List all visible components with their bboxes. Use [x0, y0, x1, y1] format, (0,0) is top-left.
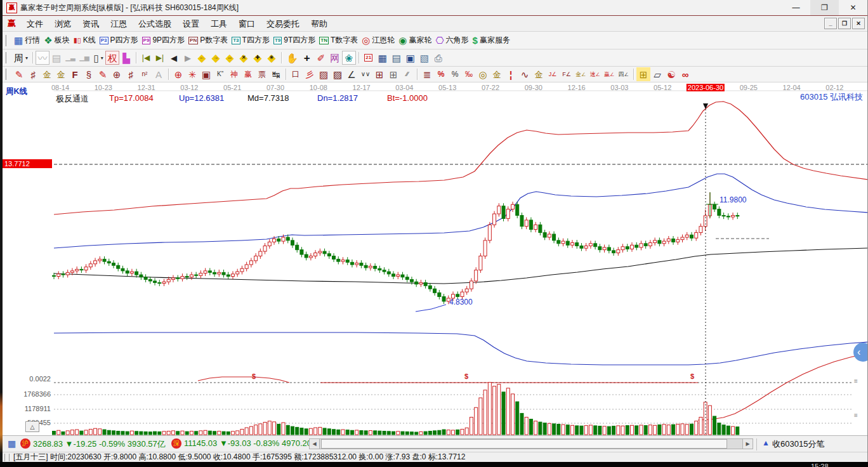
- tool-cycle-both[interactable]: ◆↔: [223, 51, 237, 65]
- menu-item-formula-picker[interactable]: 公式选股: [133, 18, 177, 30]
- tool-target-red[interactable]: ⊕: [171, 67, 185, 81]
- menu-item-help[interactable]: 帮助: [305, 18, 333, 30]
- tick-chart-icon[interactable]: ▲: [762, 438, 770, 447]
- scrollbar-thumb[interactable]: [321, 439, 727, 449]
- tool-grid-b[interactable]: ⊞: [386, 67, 400, 81]
- minimize-button[interactable]: —: [782, 0, 810, 15]
- tool-draw-brush-2[interactable]: ✎: [96, 67, 110, 81]
- tool-save[interactable]: ▣: [404, 51, 418, 65]
- tool-net-tool[interactable]: 网: [328, 51, 342, 65]
- tool-width-measure[interactable]: ↹: [269, 67, 283, 81]
- tool-go-last[interactable]: ▶|: [153, 51, 167, 65]
- tool-gold-grid-2[interactable]: 金: [54, 67, 68, 81]
- scroll-right-button[interactable]: ▶: [742, 438, 753, 449]
- tool-ying-grid[interactable]: 赢: [241, 67, 255, 81]
- tool-k-marks[interactable]: K”: [213, 67, 227, 81]
- tool-circle-grid[interactable]: ⊕: [110, 67, 124, 81]
- close-button[interactable]: ✕: [839, 0, 867, 15]
- tool-hexagon[interactable]: ⎔六角形: [433, 34, 470, 48]
- market-grid-icon[interactable]: ▦: [8, 438, 16, 449]
- tool-color-histogram[interactable]: ▙: [119, 51, 133, 65]
- tool-shen-grid[interactable]: 神: [227, 67, 241, 81]
- tool-crosshair[interactable]: +: [300, 51, 314, 65]
- tool-cycle-left[interactable]: ◆←: [195, 51, 209, 65]
- menu-item-settings[interactable]: 设置: [177, 18, 205, 30]
- menu-item-gann[interactable]: 江恩: [105, 18, 133, 30]
- tool-f10-doc[interactable]: ▤: [49, 51, 63, 65]
- menu-item-tools[interactable]: 工具: [205, 18, 233, 30]
- scrollbar-track[interactable]: [320, 438, 742, 449]
- tool-print[interactable]: ⎙: [431, 51, 445, 65]
- tool-grid-1[interactable]: ♯: [26, 67, 40, 81]
- tool-angle-four[interactable]: 四∠: [617, 67, 631, 81]
- tool-draw-brush[interactable]: ✎: [12, 67, 26, 81]
- tool-kline[interactable]: ▮▯K线: [72, 34, 98, 48]
- tool-gold-circle[interactable]: ◎: [476, 67, 490, 81]
- tool-w-lines[interactable]: ∨∨: [358, 67, 372, 81]
- tool-p-square[interactable]: P3P四方形: [98, 34, 140, 48]
- tool-grid-2[interactable]: ♯: [124, 67, 138, 81]
- horizontal-scrollbar[interactable]: ◀ ▶: [309, 438, 753, 449]
- tool-angle-speed[interactable]: 速∠: [588, 67, 603, 81]
- tool-pan-hand[interactable]: ✋: [284, 51, 300, 65]
- tool-9p-square[interactable]: P99P四方形: [140, 34, 187, 48]
- menu-item-window[interactable]: 窗口: [233, 18, 261, 30]
- tool-infinity[interactable]: ∞: [678, 67, 692, 81]
- tool-cycle-all[interactable]: ◆✳: [265, 51, 279, 65]
- tool-star-target[interactable]: ✳: [185, 67, 199, 81]
- tool-p-table[interactable]: PNP数字表: [187, 34, 230, 48]
- tool-angle-ying[interactable]: 赢∠: [602, 67, 617, 81]
- menu-item-file[interactable]: 文件: [21, 18, 49, 30]
- tool-gann-wheel[interactable]: ◎江恩轮: [360, 34, 397, 48]
- tool-f-grid[interactable]: F: [68, 67, 82, 81]
- restore-button[interactable]: ❐: [810, 0, 839, 15]
- collapse-panel-button[interactable]: ‹: [853, 343, 867, 362]
- tool-n2-grid[interactable]: n²: [138, 67, 152, 81]
- tool-fan-filled[interactable]: ▨: [331, 67, 345, 81]
- pane-grip-icon[interactable]: ≡: [854, 412, 858, 419]
- tool-calendar[interactable]: 21: [362, 51, 376, 65]
- tool-gold-levels-2[interactable]: 金: [532, 67, 546, 81]
- tool-9t-square[interactable]: T99T四方形: [272, 34, 317, 48]
- menu-item-trade[interactable]: 交易委托: [261, 18, 305, 30]
- tick-chart-label[interactable]: 收603015分笔: [772, 438, 824, 450]
- tool-parallel[interactable]: ∕∕: [400, 67, 414, 81]
- tool-gold-grid-1[interactable]: 金: [40, 67, 54, 81]
- tool-gold-levels[interactable]: 金: [490, 67, 504, 81]
- tool-candle-style[interactable]: ▯▾: [91, 51, 105, 65]
- scroll-left-button[interactable]: ◀: [309, 438, 320, 449]
- chart-pane[interactable]: $$$ 08-1410-2312-3103-1205-2107-3010-081…: [3, 82, 867, 435]
- tool-fan-box[interactable]: ▨: [317, 67, 331, 81]
- tool-wave[interactable]: ∿: [518, 67, 532, 81]
- tool-t-table[interactable]: TNT数字表: [317, 34, 360, 48]
- tool-spiral[interactable]: §: [82, 67, 96, 81]
- tool-square-target[interactable]: ▣: [199, 67, 213, 81]
- tool-piao-grid[interactable]: 票: [255, 67, 269, 81]
- tool-winner-wheel[interactable]: ◉赢家轮: [397, 34, 433, 48]
- tool-grid-a[interactable]: ⊞: [372, 67, 386, 81]
- expand-volume-button[interactable]: △: [25, 421, 39, 432]
- tool-pct-red[interactable]: %: [434, 67, 448, 81]
- tool-go-first[interactable]: |◀: [139, 51, 153, 65]
- tool-period[interactable]: 周▾: [12, 51, 30, 65]
- tool-box-tool[interactable]: 口: [289, 67, 303, 81]
- tool-go-prev[interactable]: ◀: [167, 51, 181, 65]
- tool-angle-pick[interactable]: ✐: [314, 51, 328, 65]
- tool-go-next[interactable]: ▶: [181, 51, 195, 65]
- tool-calculator[interactable]: ▦: [376, 51, 390, 65]
- tool-quotes[interactable]: ▦行情: [12, 34, 42, 48]
- mdi-minimize-button[interactable]: _: [824, 18, 837, 29]
- tool-angle-f[interactable]: F∠: [560, 67, 574, 81]
- menu-item-browse[interactable]: 浏览: [49, 18, 77, 30]
- tool-a-tool[interactable]: A: [152, 67, 166, 81]
- tool-cycle-cross[interactable]: ◆✕: [237, 51, 251, 65]
- pane-grip-icon[interactable]: ≡: [854, 378, 858, 385]
- tool-yinyang[interactable]: ☯: [664, 67, 678, 81]
- mdi-close-button[interactable]: ✕: [852, 18, 865, 29]
- tool-angle-lines[interactable]: ∠: [345, 67, 358, 81]
- tool-pct-lines[interactable]: ‰: [462, 67, 476, 81]
- tool-trend[interactable]: 〰: [36, 51, 49, 65]
- tool-winner-service[interactable]: $赢家服务: [471, 34, 512, 48]
- tool-memo[interactable]: ▤: [390, 51, 404, 65]
- tool-chart-region[interactable]: ▱: [650, 67, 664, 81]
